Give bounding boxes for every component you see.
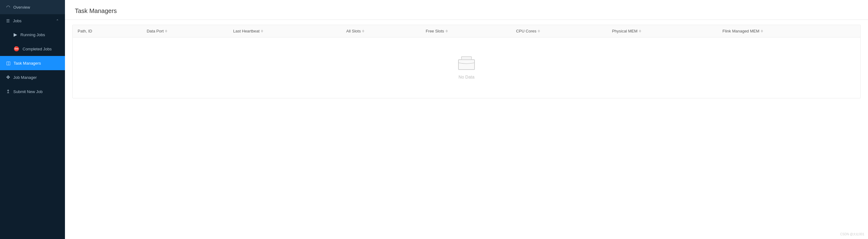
submit-new-job-icon: ↥ [6, 89, 10, 94]
main-content: Task Managers Path, ID Data Port [65, 0, 868, 239]
sidebar-item-job-manager[interactable]: ✥ Job Manager [0, 70, 65, 84]
page-header: Task Managers [65, 0, 868, 20]
all-slots-sort-icon [362, 30, 364, 32]
col-cpu-cores[interactable]: CPU Cores [511, 25, 607, 37]
sidebar-jobs-label: Jobs [13, 19, 21, 23]
chevron-up-icon: ⌃ [56, 19, 59, 23]
svg-rect-0 [459, 60, 474, 70]
completed-jobs-icon: ⛔ [13, 46, 20, 52]
sidebar-item-overview[interactable]: ◠ Overview [0, 0, 65, 14]
no-data-text: No Data [459, 74, 474, 79]
sort-down-icon [538, 31, 540, 32]
sort-down-icon [362, 31, 364, 32]
sidebar-task-managers-label: Task Managers [13, 61, 41, 66]
sidebar-jobs-section: ☰ Jobs ⌃ ▶ Running Jobs ⛔ Completed Jobs [0, 14, 65, 56]
data-port-sort-icon [165, 30, 167, 32]
sort-down-icon [761, 31, 763, 32]
col-free-slots[interactable]: Free Slots [421, 25, 511, 37]
sort-up-icon [538, 30, 540, 31]
physical-mem-sort-icon [639, 30, 641, 32]
table-body: No Data [73, 37, 860, 98]
free-slots-sort-icon [445, 30, 448, 32]
sort-down-icon [639, 31, 641, 32]
sort-up-icon [165, 30, 167, 31]
sort-down-icon [165, 31, 167, 32]
sidebar: ◠ Overview ☰ Jobs ⌃ ▶ Running Jobs ⛔ Com… [0, 0, 65, 239]
watermark: CSDN @大社001 [840, 232, 864, 237]
col-data-port-label: Data Port [147, 29, 164, 33]
sort-down-icon [445, 31, 448, 32]
sort-up-icon [362, 30, 364, 31]
flink-managed-mem-sort-icon [761, 30, 763, 32]
sidebar-submit-new-job-label: Submit New Job [13, 89, 43, 94]
sidebar-running-jobs-label: Running Jobs [21, 32, 45, 37]
col-last-heartbeat-label: Last Heartbeat [233, 29, 259, 33]
sort-up-icon [761, 30, 763, 31]
sidebar-item-running-jobs[interactable]: ▶ Running Jobs [0, 28, 65, 42]
col-cpu-cores-label: CPU Cores [516, 29, 536, 33]
job-manager-icon: ✥ [6, 74, 10, 80]
table-header-row: Path, ID Data Port [73, 25, 860, 37]
sidebar-job-manager-label: Job Manager [13, 75, 37, 80]
no-data-cell: No Data [73, 37, 860, 98]
table-header: Path, ID Data Port [73, 25, 860, 37]
col-path-id-label: Path, ID [78, 29, 92, 33]
jobs-icon: ☰ [6, 19, 10, 23]
sidebar-item-overview-label: Overview [13, 5, 30, 9]
col-free-slots-label: Free Slots [426, 29, 444, 33]
no-data-icon [457, 56, 476, 71]
page-content: Task Managers Path, ID Data Port [65, 0, 868, 239]
col-flink-managed-mem[interactable]: Flink Managed MEM [718, 25, 860, 37]
no-data-row: No Data [73, 37, 860, 98]
task-managers-table: Path, ID Data Port [73, 25, 860, 98]
sort-up-icon [261, 30, 263, 31]
sidebar-completed-jobs-label: Completed Jobs [23, 47, 52, 51]
page-title: Task Managers [75, 7, 858, 14]
sidebar-jobs-children: ▶ Running Jobs ⛔ Completed Jobs [0, 28, 65, 56]
col-all-slots[interactable]: All Slots [341, 25, 421, 37]
sort-up-icon [639, 30, 641, 31]
col-physical-mem-label: Physical MEM [612, 29, 637, 33]
task-managers-icon: ◫ [6, 60, 10, 66]
col-data-port[interactable]: Data Port [142, 25, 228, 37]
svg-rect-1 [462, 57, 471, 60]
no-data-wrapper: No Data [79, 56, 854, 79]
running-jobs-icon: ▶ [13, 32, 17, 37]
sort-up-icon [445, 30, 448, 31]
last-heartbeat-sort-icon [261, 30, 263, 32]
sidebar-item-jobs[interactable]: ☰ Jobs ⌃ [0, 14, 65, 28]
sidebar-item-task-managers[interactable]: ◫ Task Managers [0, 56, 65, 70]
sidebar-item-completed-jobs[interactable]: ⛔ Completed Jobs [0, 42, 65, 56]
sort-down-icon [261, 31, 263, 32]
sidebar-item-submit-new-job[interactable]: ↥ Submit New Job [0, 84, 65, 99]
col-last-heartbeat[interactable]: Last Heartbeat [228, 25, 341, 37]
overview-icon: ◠ [6, 4, 10, 10]
cpu-cores-sort-icon [538, 30, 540, 32]
col-flink-managed-mem-label: Flink Managed MEM [723, 29, 760, 33]
col-physical-mem[interactable]: Physical MEM [607, 25, 717, 37]
col-path-id: Path, ID [73, 25, 142, 37]
col-all-slots-label: All Slots [346, 29, 361, 33]
task-managers-table-container: Path, ID Data Port [72, 25, 861, 98]
